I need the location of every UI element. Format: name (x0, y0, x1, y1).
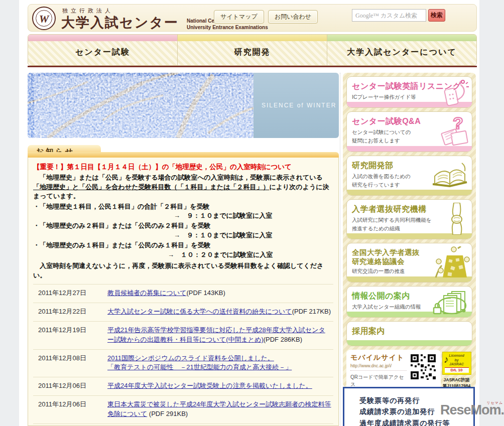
google-custom-search-input[interactable] (352, 9, 426, 22)
search-button[interactable]: 検索 (428, 9, 445, 22)
music-note-icon: ♪ (444, 353, 449, 366)
resemom-watermark: リセマム ReseMom. (440, 402, 504, 418)
column-separator (340, 73, 340, 426)
news-link-secondary[interactable]: 「教育テストの可能性 －21世紀型能力の育成と高大接続－」 (107, 363, 331, 372)
news-pdf-size: (PDF 143KB) (187, 289, 225, 297)
important-notice-title: 【重要！】第１日目【１月１４日（土）】の「地理歴史，公民」の入室時刻について (33, 162, 333, 172)
hero-caption: SILENCE of WINTER (262, 102, 336, 109)
banner-accent-bar (347, 340, 472, 346)
news-date: 2011年12月06日 (33, 381, 107, 391)
jasrac-dl-label: D/L 10 (445, 367, 469, 373)
qr-code-icon (410, 353, 437, 380)
entry-time-value: → ９：１０までに試験室に入室 (33, 211, 333, 220)
contact-button[interactable]: お問い合わせ (268, 10, 318, 24)
banner-recruitment[interactable]: 採用案内 (346, 321, 472, 346)
important-notice-paragraph: 「地理歴史」または「公民」を受験する場合の試験室への入室時刻は，受験票に表示され… (33, 173, 333, 201)
sidebar: センター試験英語リスニング ICプレーヤー操作ガイド等 センター試験Q&A セン… (343, 73, 476, 387)
page: W 独立行政法人 大学入試センター National Center For Un… (19, 0, 479, 426)
hero-banner: SILENCE of WINTER (28, 73, 339, 138)
news-pdf-size: (PDF 291KB) (147, 410, 188, 417)
news-pdf-size: (PDF 217KB) (292, 308, 331, 315)
news-text: 大学入試センター試験に係る大学への送付資料の紛失について(PDF 217KB) (107, 307, 333, 317)
entry-time-bullet: ・「地理歴史のみ１科目」または「公民のみ１科目」を受験 (33, 241, 333, 250)
entry-time-bullet: ・「地理歴史のみ２科目」または「公民のみ２科目」を受験 (33, 221, 333, 230)
news-date: 2011年12月27日 (33, 289, 107, 298)
jasrac-badge: ♪ Licensed by JASRAC D/L 10 (442, 352, 471, 375)
qr-note: QRコードで簡単アクセス (350, 374, 407, 388)
news-row: 2011年11月30日 東日本大震災に伴う平成24年度大学入試センター試験の試験… (33, 423, 333, 426)
news-list: 2011年12月27日 教員候補者の募集について(PDF 143KB) 2011… (33, 284, 333, 426)
news-text: 東日本大震災で被災した平成24年度大学入試センター試験志願者の検定料等免除につい… (107, 400, 333, 419)
news-text: 教員候補者の募集について(PDF 143KB) (107, 289, 333, 298)
mobile-site-url: http://www.dnc.ac.jp/i/ (350, 363, 407, 371)
mobile-site-title: モバイルサイト (350, 353, 407, 362)
news-date: 2011年12月06日 (33, 400, 107, 419)
banner-information-disclosure[interactable]: 情報公開の案内 大学入試センター組織の情報 (346, 286, 472, 318)
news-row: 2011年12月08日 2011国際シンポジウムのスライド資料を公開しました。「… (33, 349, 333, 377)
news-link[interactable]: 平成24年度大学入試センター試験受験上の注意を掲載いたしました。 (107, 382, 312, 389)
news-row: 2011年12月22日 大学入試センター試験に係る大学への送付資料の紛失について… (33, 303, 333, 321)
nav-tab-about[interactable]: 大学入試センターについて (327, 35, 476, 65)
banner-accent-bar (347, 190, 472, 195)
banner-accent-bar (347, 146, 472, 152)
banner-qa[interactable]: センター試験Q&A センター試験についての 疑問にお答えします ? (346, 111, 472, 152)
news-link[interactable]: 東日本大震災で被災した平成24年度大学入試センター試験志願者の検定料等免除につい… (107, 400, 331, 417)
ncuee-logo-icon: W (32, 7, 56, 30)
nav-tab-center-exam[interactable]: センター試験 (28, 35, 177, 65)
news-date: 2011年12月19日 (33, 326, 107, 345)
notice-box: 【重要！】第１日目【１月１４日（土）】の「地理歴史，公民」の入室時刻について 「… (28, 158, 339, 426)
entry-time-value: → １０：２０までに試験室に入室 (33, 250, 333, 259)
news-link[interactable]: 大学入試センター試験に係る大学への送付資料の紛失について (107, 308, 292, 315)
winter-trees-image (28, 73, 254, 138)
notice-heading-bar (28, 152, 339, 158)
news-row: 2011年12月19日 平成21年告示高等学校学習指導要領に対応した平成28年度… (33, 321, 333, 349)
sitemap-button[interactable]: サイトマップ (214, 10, 264, 24)
banner-research-dev[interactable]: 研究開発部 入試の改善を図るための 研究を行っています (346, 156, 472, 196)
news-text: 2011国際シンポジウムのスライド資料を公開しました。「教育テストの可能性 －2… (107, 354, 333, 373)
important-notice-closing: 入室時刻を間違えないように，再度，受験票に表示されている受験科目数をよく確認して… (33, 261, 333, 280)
news-text: 平成21年告示高等学校学習指導要領に対応した平成28年度大学入試センター試験から… (107, 326, 333, 345)
banner-national-council[interactable]: 全国大学入学者選抜 研究連絡協議会 研究交流の一層の推進 (346, 243, 472, 282)
nav-tab-research[interactable]: 研究開発 (177, 35, 327, 65)
entry-time-bullet: ・「地理歴史１科目，公民１科目」の合計「２科目」を受験 (33, 202, 333, 211)
news-date: 2011年12月08日 (33, 354, 107, 373)
news-row: 2011年12月27日 教員候補者の募集について(PDF 143KB) (33, 284, 333, 303)
news-date: 2011年12月22日 (33, 307, 107, 317)
news-text: 平成24年度大学入試センター試験受験上の注意を掲載いたしました。 (107, 381, 333, 391)
news-pdf-size: (PDF 286KB) (264, 336, 302, 343)
site-title: 大学入試センター (61, 14, 179, 32)
hero-caption-panel: SILENCE of WINTER (254, 73, 339, 138)
nav-underline (28, 66, 477, 67)
news-link[interactable]: 2011国際シンポジウムのスライド資料を公開しました。 (107, 354, 274, 362)
banner-admissions-research[interactable]: 入学者選抜研究機構 入試研究に関する共同利用機能を 推進するための組織 (346, 199, 472, 239)
banner-english-listening[interactable]: センター試験英語リスニング ICプレーヤー操作ガイド等 (346, 76, 472, 108)
site-header: W 独立行政法人 大学入試センター National Center For Un… (28, 4, 477, 32)
nav-tab-accent-green (327, 35, 476, 41)
news-link[interactable]: 教員候補者の募集について (107, 289, 187, 297)
entry-time-value: → ９：１０までに試験室に入室 (33, 231, 333, 240)
nav-tab-accent-yellow (178, 35, 327, 41)
news-row: 2011年12月06日 東日本大震災で被災した平成24年度大学入試センター試験志… (33, 395, 333, 423)
main-navigation: センター試験 研究開発 大学入試センターについて (28, 34, 477, 66)
nav-tab-accent-pink (28, 35, 177, 41)
news-row: 2011年12月06日 平成24年度大学入試センター試験受験上の注意を掲載いたし… (33, 377, 333, 395)
